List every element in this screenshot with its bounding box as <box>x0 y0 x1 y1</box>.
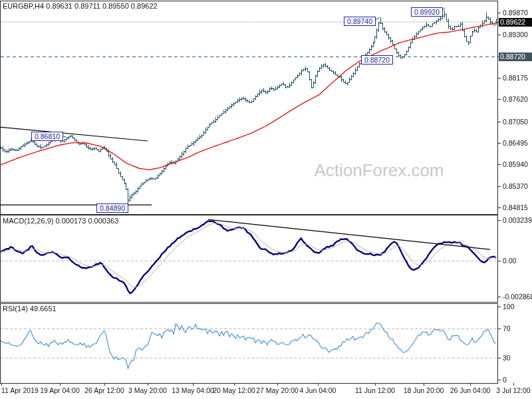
price-annotation-box[interactable]: 0.84890 <box>96 203 128 213</box>
macd-y-axis-label: 0.00 <box>503 257 516 265</box>
main-y-axis-label: 0.85940 <box>503 160 528 168</box>
current-price-badge: 0.89622 <box>499 18 532 27</box>
rsi-y-axis-label: 0 <box>503 376 507 384</box>
rsi-y-axis-label: 30 <box>503 354 511 362</box>
x-axis-label: 26 Apr 12:00 <box>84 386 124 394</box>
main-y-axis-label: 0.89300 <box>503 31 528 39</box>
x-axis-label: 3 Jul 12:00 <box>496 386 530 394</box>
rsi-indicator-label: RSI(14) 49.6651 <box>3 305 57 313</box>
chart-canvas[interactable] <box>0 0 532 399</box>
x-axis-label: 3 May 20:00 <box>128 386 167 394</box>
x-axis-label: 13 May 04:00 <box>172 386 214 394</box>
x-axis-label: 26 Jun 04:00 <box>450 386 491 394</box>
level-price-badge: 0.88720 <box>499 53 532 61</box>
x-axis-label: 11 Jun 12:00 <box>355 386 395 394</box>
x-axis-label: 18 Jun 20:00 <box>404 386 444 394</box>
symbol-quote-title: EURGBP,H4 0.89631 0.89711 0.89550 0.8962… <box>3 2 158 10</box>
x-axis-label: 19 Apr 04:00 <box>40 386 80 394</box>
rsi-y-axis-label: 70 <box>503 325 511 332</box>
price-annotation-box[interactable]: 0.89920 <box>411 7 443 17</box>
main-y-axis-label: 0.85370 <box>503 182 528 190</box>
macd-y-axis-label: -0.002868 <box>503 293 532 301</box>
x-axis-label: 11 Apr 2019 <box>1 386 39 394</box>
price-annotation-box[interactable]: 0.86810 <box>31 132 63 141</box>
rsi-y-axis-label: 100 <box>503 303 515 311</box>
x-axis-label: 27 May 20:00 <box>256 386 299 394</box>
main-y-axis-label: 0.87050 <box>503 118 528 126</box>
price-annotation-box[interactable]: 0.88720 <box>361 55 393 65</box>
macd-indicator-label: MACD(12,26,9) 0.000173 0.000363 <box>3 217 118 225</box>
x-axis-label: 4 Jun 04:00 <box>300 386 336 394</box>
chart-window: ActionForex.com EURGBP,H4 0.89631 0.8971… <box>0 0 532 399</box>
main-y-axis-label: 0.87620 <box>503 95 528 103</box>
macd-y-axis-label: 0.003239 <box>503 216 532 224</box>
main-y-axis-label: 0.86495 <box>503 139 528 147</box>
main-y-axis-label: 0.89870 <box>503 9 528 17</box>
x-axis-label: 20 May 12:00 <box>213 386 255 394</box>
main-y-axis-label: 0.84815 <box>503 203 528 211</box>
price-annotation-box[interactable]: 0.89740 <box>344 17 376 26</box>
main-y-axis-label: 0.88175 <box>503 74 528 82</box>
